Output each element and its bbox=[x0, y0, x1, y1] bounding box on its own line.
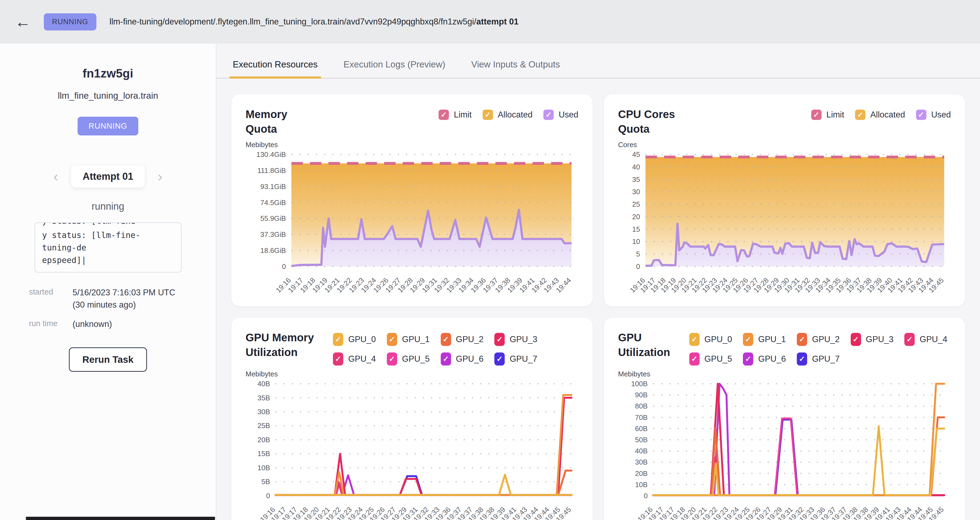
checkbox-checked-icon[interactable]: ✓ bbox=[797, 352, 807, 366]
chart-card-gpu-memory-utilization: GPU MemoryUtilization✓GPU_0✓GPU_1✓GPU_2✓… bbox=[231, 318, 593, 520]
legend-label: GPU_1 bbox=[402, 335, 430, 344]
svg-text:0: 0 bbox=[266, 492, 270, 500]
svg-text:50B: 50B bbox=[635, 436, 648, 444]
legend-item-gpu_7[interactable]: ✓GPU_7 bbox=[797, 352, 840, 366]
legend-label: GPU_0 bbox=[705, 335, 732, 344]
checkbox-checked-icon[interactable]: ✓ bbox=[494, 352, 505, 366]
status-badge-sidebar: RUNNING bbox=[78, 117, 138, 135]
legend-item-gpu_0[interactable]: ✓GPU_0 bbox=[333, 333, 376, 346]
checkbox-checked-icon[interactable]: ✓ bbox=[689, 352, 700, 366]
legend-label: Used bbox=[558, 110, 578, 120]
svg-text:15B: 15B bbox=[258, 450, 270, 458]
svg-text:35B: 35B bbox=[258, 394, 270, 402]
svg-text:18.6GiB: 18.6GiB bbox=[260, 246, 286, 255]
legend-item-gpu_7[interactable]: ✓GPU_7 bbox=[494, 352, 538, 366]
checkbox-checked-icon[interactable]: ✓ bbox=[483, 109, 493, 120]
legend-item-used[interactable]: ✓Used bbox=[543, 109, 578, 120]
horizontal-scrollbar[interactable] bbox=[26, 517, 215, 520]
code-line: epspeed]| bbox=[42, 254, 174, 266]
previous-attempt-icon[interactable]: ‹ bbox=[53, 170, 58, 184]
svg-text:40: 40 bbox=[632, 163, 640, 171]
axis-unit-label: Cores bbox=[618, 141, 951, 149]
code-line: y status: [llm-fine-tuning-de bbox=[42, 229, 174, 254]
legend-item-gpu_4[interactable]: ✓GPU_4 bbox=[333, 352, 376, 366]
legend-label: GPU_3 bbox=[866, 335, 894, 344]
checkbox-checked-icon[interactable]: ✓ bbox=[543, 109, 554, 120]
svg-text:10B: 10B bbox=[258, 464, 270, 472]
checkbox-checked-icon[interactable]: ✓ bbox=[333, 333, 343, 346]
checkbox-checked-icon[interactable]: ✓ bbox=[797, 333, 807, 346]
next-attempt-icon[interactable]: › bbox=[158, 170, 162, 184]
checkbox-checked-icon[interactable]: ✓ bbox=[916, 109, 926, 120]
legend-item-gpu_2[interactable]: ✓GPU_2 bbox=[797, 333, 840, 346]
checkbox-checked-icon[interactable]: ✓ bbox=[387, 352, 397, 366]
legend-item-gpu_0[interactable]: ✓GPU_0 bbox=[689, 333, 732, 346]
meta-row-started: started 5/16/2023 7:16:03 PM UTC (30 min… bbox=[29, 287, 187, 311]
run-metadata: started 5/16/2023 7:16:03 PM UTC (30 min… bbox=[29, 287, 187, 330]
legend-item-gpu_3[interactable]: ✓GPU_3 bbox=[494, 333, 538, 346]
svg-text:55.9GiB: 55.9GiB bbox=[260, 214, 286, 222]
svg-text:0: 0 bbox=[636, 262, 640, 271]
checkbox-checked-icon[interactable]: ✓ bbox=[904, 333, 915, 346]
status-badge-top: RUNNING bbox=[44, 13, 96, 30]
checkbox-checked-icon[interactable]: ✓ bbox=[743, 333, 753, 346]
chart-legend: ✓Limit✓Allocated✓Used bbox=[287, 107, 578, 136]
status-message-box[interactable]: y status: [llm-fine-tuning-de y status: … bbox=[35, 222, 181, 273]
legend-label: GPU_5 bbox=[705, 354, 732, 364]
checkbox-checked-icon[interactable]: ✓ bbox=[811, 109, 822, 120]
svg-text:60B: 60B bbox=[635, 425, 648, 433]
svg-text:20B: 20B bbox=[635, 469, 648, 477]
legend-item-gpu_1[interactable]: ✓GPU_1 bbox=[743, 333, 786, 346]
legend-label: GPU_4 bbox=[920, 335, 947, 344]
legend-item-gpu_5[interactable]: ✓GPU_5 bbox=[387, 352, 430, 366]
checkbox-checked-icon[interactable]: ✓ bbox=[494, 333, 505, 346]
legend-item-gpu_6[interactable]: ✓GPU_6 bbox=[441, 352, 484, 366]
legend-item-gpu_5[interactable]: ✓GPU_5 bbox=[689, 352, 732, 366]
attempt-label[interactable]: Attempt 01 bbox=[71, 165, 145, 188]
svg-text:90B: 90B bbox=[635, 391, 648, 399]
back-arrow-icon[interactable]: ← bbox=[15, 14, 31, 30]
tab-execution-resources[interactable]: Execution Resources bbox=[233, 59, 318, 78]
legend-label: GPU_4 bbox=[348, 354, 376, 364]
legend-item-limit[interactable]: ✓Limit bbox=[811, 109, 844, 120]
legend-item-used[interactable]: ✓Used bbox=[916, 109, 951, 120]
legend-item-gpu_1[interactable]: ✓GPU_1 bbox=[387, 333, 430, 346]
legend-item-allocated[interactable]: ✓Allocated bbox=[483, 109, 533, 120]
checkbox-checked-icon[interactable]: ✓ bbox=[439, 109, 449, 120]
legend-item-gpu_2[interactable]: ✓GPU_2 bbox=[441, 333, 484, 346]
checkbox-checked-icon[interactable]: ✓ bbox=[333, 352, 343, 366]
chart-title-cpu-quota: CPU CoresQuota bbox=[618, 107, 675, 136]
chart-card-gpu-utilization: GPUUtilization✓GPU_0✓GPU_1✓GPU_2✓GPU_3✓G… bbox=[604, 318, 965, 520]
legend-label: GPU_2 bbox=[456, 335, 484, 344]
checkbox-checked-icon[interactable]: ✓ bbox=[441, 333, 451, 346]
svg-text:30B: 30B bbox=[258, 408, 270, 416]
chart-legend: ✓GPU_0✓GPU_1✓GPU_2✓GPU_3✓GPU_4✓GPU_5✓GPU… bbox=[670, 330, 951, 366]
checkbox-checked-icon[interactable]: ✓ bbox=[851, 333, 861, 346]
chart-plot-gpu-memory-utilization: 40B35B30B25B20B15B10B5B019:1619:1719:171… bbox=[245, 380, 579, 520]
attempt-state-text: running bbox=[0, 201, 216, 212]
svg-text:40B: 40B bbox=[635, 447, 648, 455]
chart-title-gpu-memory-utilization: GPU MemoryUtilization bbox=[245, 330, 314, 366]
checkbox-checked-icon[interactable]: ✓ bbox=[689, 333, 700, 346]
chart-plot-cpu-quota: 45403530252015105019:1619:1719:1819:1919… bbox=[618, 151, 951, 299]
legend-item-gpu_3[interactable]: ✓GPU_3 bbox=[851, 333, 894, 346]
legend-item-gpu_6[interactable]: ✓GPU_6 bbox=[743, 352, 786, 366]
rerun-task-button[interactable]: Rerun Task bbox=[69, 347, 147, 372]
checkbox-checked-icon[interactable]: ✓ bbox=[387, 333, 397, 346]
checkbox-checked-icon[interactable]: ✓ bbox=[441, 352, 451, 366]
meta-label: run time bbox=[29, 318, 73, 330]
svg-text:80B: 80B bbox=[635, 402, 648, 411]
tab-execution-logs[interactable]: Execution Logs (Preview) bbox=[344, 59, 445, 78]
svg-text:0: 0 bbox=[282, 262, 286, 271]
task-name: llm_fine_tuning_lora.train bbox=[0, 90, 216, 101]
checkbox-checked-icon[interactable]: ✓ bbox=[743, 352, 753, 366]
legend-item-allocated[interactable]: ✓Allocated bbox=[855, 109, 905, 120]
svg-text:70B: 70B bbox=[635, 414, 648, 422]
tab-view-inputs-outputs[interactable]: View Inputs & Outputs bbox=[471, 59, 560, 78]
checkbox-checked-icon[interactable]: ✓ bbox=[855, 109, 865, 120]
axis-unit-label: Mebibytes bbox=[245, 370, 579, 378]
svg-text:37.3GiB: 37.3GiB bbox=[260, 230, 286, 238]
legend-item-gpu_4[interactable]: ✓GPU_4 bbox=[904, 333, 947, 346]
svg-text:30B: 30B bbox=[635, 458, 648, 466]
legend-item-limit[interactable]: ✓Limit bbox=[439, 109, 471, 120]
